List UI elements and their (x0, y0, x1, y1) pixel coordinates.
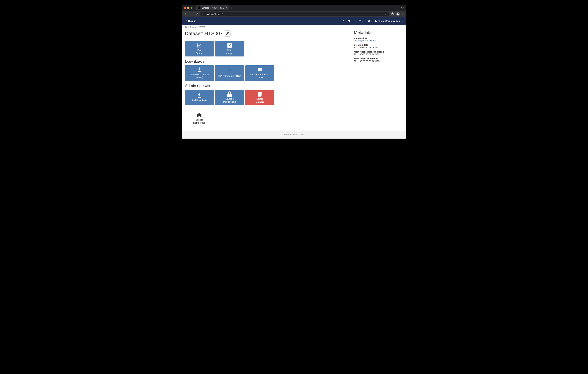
profile-icon[interactable] (396, 12, 400, 16)
tile-back-home[interactable]: Back to Home Page (185, 111, 214, 126)
tile-label: Delete Dataset (256, 97, 264, 103)
address-bar: localhost/dataset/1 ☆ (182, 11, 406, 17)
meta-uploader-link[interactable]: thunor@example.com (354, 39, 376, 42)
page: › Dataset: HTS007 Dataset: HTS007 Plot S… (182, 25, 406, 139)
tags-icon (348, 20, 351, 22)
breadcrumb-home[interactable] (185, 26, 187, 28)
tab-close-icon[interactable]: × (226, 7, 228, 9)
upload-icon (335, 20, 337, 22)
tile-manage-permissions[interactable]: Manage Permissions (215, 90, 244, 105)
svg-point-0 (401, 7, 403, 9)
page-title-row: Dataset: HTS007 (185, 30, 347, 37)
tile-label: Viability Parameters (TSV) (246, 73, 273, 79)
window-controls[interactable] (183, 7, 193, 9)
chevron-down-icon (362, 21, 363, 21)
window-close-icon[interactable] (184, 7, 186, 9)
top-tiles: Plot System Plate Mapper (185, 41, 347, 56)
extensions-icon[interactable] (391, 12, 394, 16)
meta-annotation: Most recent annotation 2021-03-28 20:39:… (354, 57, 403, 62)
download-icon (197, 67, 202, 72)
tile-label: Plot System (196, 49, 203, 55)
kebab-menu-icon[interactable] (401, 12, 404, 16)
svg-rect-2 (203, 14, 203, 14)
help-icon (368, 20, 370, 22)
browser-window: Dataset: HTS007 | Thunor × + localhost/d… (182, 5, 406, 139)
tile-download-hdf5[interactable]: Download Dataset (HDF5) (185, 65, 214, 81)
download-tiles: Download Dataset (HDF5) DIP Parameters (… (185, 65, 347, 81)
meta-label: Uploaded by (354, 37, 403, 39)
table-icon (257, 67, 262, 72)
nav-tags[interactable] (348, 20, 354, 22)
nav-edit[interactable] (358, 20, 363, 22)
nav-plot[interactable] (342, 20, 344, 22)
user-icon (374, 20, 377, 22)
tile-label: Manage Permissions (223, 97, 236, 103)
breadcrumb-current: Dataset: HTS007 (190, 26, 205, 28)
bolt-icon (198, 7, 200, 9)
nav-user-label: thunor@example.com (378, 20, 400, 22)
edit-square-icon (227, 43, 232, 48)
main-column: Dataset: HTS007 Plot System Plate Mapper (185, 29, 347, 126)
breadcrumb: › Dataset: HTS007 (182, 25, 406, 29)
bolt-icon (295, 133, 297, 135)
new-tab-button[interactable]: + (231, 6, 233, 10)
tile-delete-dataset[interactable]: Delete Dataset (245, 90, 274, 105)
meta-value: 2021-03-28 20:39:16 UTC (354, 53, 403, 55)
tile-viability-parameters[interactable]: Viability Parameters (TSV) (245, 65, 274, 81)
chevron-down-icon (352, 21, 354, 21)
brand-text: Thunor (188, 20, 196, 22)
url-field[interactable]: localhost/dataset/1 ☆ (200, 12, 389, 16)
nav-upload[interactable] (335, 20, 337, 22)
forward-button[interactable] (189, 12, 193, 16)
footer-name: Thunor (298, 133, 304, 136)
tile-plot-system[interactable]: Plot System (185, 41, 214, 56)
nav-help[interactable] (368, 20, 370, 22)
tile-label: Add Plate Data (192, 99, 207, 102)
tile-dip-parameters[interactable]: DIP Parameters (TSV) (215, 65, 244, 81)
admin-heading: Admin operations (185, 83, 347, 88)
tile-add-plate-data[interactable]: Add Plate Data (185, 90, 214, 105)
reload-button[interactable] (194, 12, 199, 16)
browser-tab[interactable]: Dataset: HTS007 | Thunor × (196, 5, 229, 10)
tile-label: DIP Parameters (TSV) (218, 75, 241, 77)
footer-prefix: Powered by (284, 133, 295, 136)
browser-chrome: Dataset: HTS007 | Thunor × + localhost/d… (182, 5, 406, 17)
svg-point-4 (403, 13, 403, 13)
chevron-down-icon (402, 21, 403, 21)
bolt-icon (185, 20, 187, 22)
svg-rect-3 (203, 13, 203, 14)
brand-link[interactable]: Thunor (185, 20, 196, 22)
home-icon (197, 112, 202, 118)
window-minimize-icon[interactable] (187, 7, 189, 9)
metadata-heading: Metadata (354, 30, 403, 35)
edit-icon (358, 20, 361, 22)
edit-title-button[interactable] (224, 30, 231, 37)
meta-plate-upload: Most recent plate file upload 2021-03-28… (354, 51, 403, 55)
metadata-sidebar: Metadata Uploaded by thunor@example.com … (354, 29, 403, 126)
back-row: Back to Home Page (185, 111, 347, 126)
nav-user-menu[interactable]: thunor@example.com (374, 20, 403, 22)
tab-strip: Dataset: HTS007 | Thunor × + (182, 5, 406, 11)
downloads-heading: Downloads (185, 59, 347, 64)
tile-label: Download Dataset (HDF5) (186, 73, 213, 79)
window-zoom-icon[interactable] (190, 7, 192, 9)
meta-creation-date: Creation date 2021-03-28 20:39:08 UTC (354, 44, 403, 49)
tab-title: Dataset: HTS007 | Thunor (202, 7, 224, 9)
page-title: Dataset: HTS007 (185, 31, 223, 36)
back-button[interactable] (183, 12, 188, 16)
tile-plate-mapper[interactable]: Plate Mapper (215, 41, 244, 56)
pencil-icon (226, 32, 229, 35)
tile-label: Plate Mapper (226, 49, 233, 55)
app-navbar: Thunor thunor@example.com (182, 17, 406, 25)
home-icon (185, 26, 187, 28)
footer: Powered by Thunor (182, 131, 406, 139)
table-icon (227, 69, 232, 74)
navbar-right: thunor@example.com (335, 20, 403, 22)
url-path: /dataset/1 (214, 13, 223, 15)
bookmark-icon[interactable]: ☆ (385, 12, 387, 16)
meta-label: Creation date (354, 44, 403, 46)
chart-line-icon (342, 20, 344, 22)
trash-icon (257, 91, 262, 97)
tab-overflow-icon[interactable] (401, 6, 405, 10)
chart-line-icon (197, 43, 202, 48)
